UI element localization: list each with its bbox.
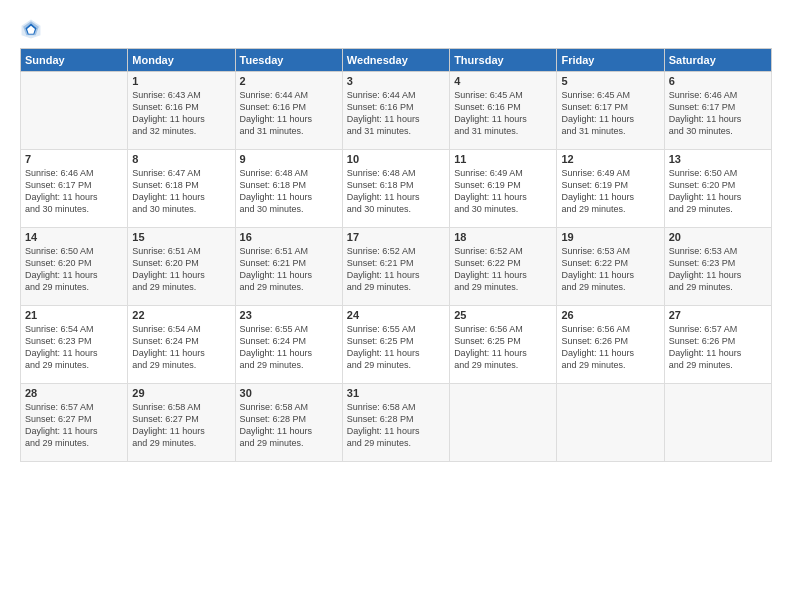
day-number: 5	[561, 75, 659, 87]
day-number: 17	[347, 231, 445, 243]
day-number: 12	[561, 153, 659, 165]
day-cell: 20Sunrise: 6:53 AM Sunset: 6:23 PM Dayli…	[664, 228, 771, 306]
week-row-5: 28Sunrise: 6:57 AM Sunset: 6:27 PM Dayli…	[21, 384, 772, 462]
day-number: 16	[240, 231, 338, 243]
week-row-3: 14Sunrise: 6:50 AM Sunset: 6:20 PM Dayli…	[21, 228, 772, 306]
day-cell: 25Sunrise: 6:56 AM Sunset: 6:25 PM Dayli…	[450, 306, 557, 384]
week-row-1: 1Sunrise: 6:43 AM Sunset: 6:16 PM Daylig…	[21, 72, 772, 150]
day-info: Sunrise: 6:53 AM Sunset: 6:23 PM Dayligh…	[669, 245, 767, 294]
day-info: Sunrise: 6:50 AM Sunset: 6:20 PM Dayligh…	[25, 245, 123, 294]
day-cell: 4Sunrise: 6:45 AM Sunset: 6:16 PM Daylig…	[450, 72, 557, 150]
week-row-4: 21Sunrise: 6:54 AM Sunset: 6:23 PM Dayli…	[21, 306, 772, 384]
day-info: Sunrise: 6:51 AM Sunset: 6:20 PM Dayligh…	[132, 245, 230, 294]
day-info: Sunrise: 6:43 AM Sunset: 6:16 PM Dayligh…	[132, 89, 230, 138]
day-cell: 16Sunrise: 6:51 AM Sunset: 6:21 PM Dayli…	[235, 228, 342, 306]
day-info: Sunrise: 6:56 AM Sunset: 6:26 PM Dayligh…	[561, 323, 659, 372]
day-number: 4	[454, 75, 552, 87]
calendar-thead: SundayMondayTuesdayWednesdayThursdayFrid…	[21, 49, 772, 72]
col-header-thursday: Thursday	[450, 49, 557, 72]
day-number: 27	[669, 309, 767, 321]
day-number: 20	[669, 231, 767, 243]
day-cell: 19Sunrise: 6:53 AM Sunset: 6:22 PM Dayli…	[557, 228, 664, 306]
day-info: Sunrise: 6:49 AM Sunset: 6:19 PM Dayligh…	[454, 167, 552, 216]
day-number: 26	[561, 309, 659, 321]
col-header-tuesday: Tuesday	[235, 49, 342, 72]
day-info: Sunrise: 6:49 AM Sunset: 6:19 PM Dayligh…	[561, 167, 659, 216]
day-cell: 9Sunrise: 6:48 AM Sunset: 6:18 PM Daylig…	[235, 150, 342, 228]
day-info: Sunrise: 6:52 AM Sunset: 6:22 PM Dayligh…	[454, 245, 552, 294]
day-cell: 22Sunrise: 6:54 AM Sunset: 6:24 PM Dayli…	[128, 306, 235, 384]
calendar-tbody: 1Sunrise: 6:43 AM Sunset: 6:16 PM Daylig…	[21, 72, 772, 462]
day-info: Sunrise: 6:57 AM Sunset: 6:27 PM Dayligh…	[25, 401, 123, 450]
day-number: 31	[347, 387, 445, 399]
day-cell: 14Sunrise: 6:50 AM Sunset: 6:20 PM Dayli…	[21, 228, 128, 306]
day-info: Sunrise: 6:54 AM Sunset: 6:24 PM Dayligh…	[132, 323, 230, 372]
day-cell: 12Sunrise: 6:49 AM Sunset: 6:19 PM Dayli…	[557, 150, 664, 228]
day-info: Sunrise: 6:44 AM Sunset: 6:16 PM Dayligh…	[240, 89, 338, 138]
day-info: Sunrise: 6:48 AM Sunset: 6:18 PM Dayligh…	[240, 167, 338, 216]
page: SundayMondayTuesdayWednesdayThursdayFrid…	[0, 0, 792, 612]
day-info: Sunrise: 6:58 AM Sunset: 6:27 PM Dayligh…	[132, 401, 230, 450]
day-number: 19	[561, 231, 659, 243]
day-number: 24	[347, 309, 445, 321]
day-info: Sunrise: 6:48 AM Sunset: 6:18 PM Dayligh…	[347, 167, 445, 216]
day-number: 3	[347, 75, 445, 87]
day-cell: 30Sunrise: 6:58 AM Sunset: 6:28 PM Dayli…	[235, 384, 342, 462]
day-info: Sunrise: 6:55 AM Sunset: 6:25 PM Dayligh…	[347, 323, 445, 372]
day-cell: 1Sunrise: 6:43 AM Sunset: 6:16 PM Daylig…	[128, 72, 235, 150]
day-number: 30	[240, 387, 338, 399]
day-info: Sunrise: 6:58 AM Sunset: 6:28 PM Dayligh…	[240, 401, 338, 450]
col-header-saturday: Saturday	[664, 49, 771, 72]
day-info: Sunrise: 6:56 AM Sunset: 6:25 PM Dayligh…	[454, 323, 552, 372]
header	[20, 18, 772, 40]
logo	[20, 18, 46, 40]
day-cell	[450, 384, 557, 462]
day-number: 29	[132, 387, 230, 399]
day-number: 22	[132, 309, 230, 321]
day-number: 14	[25, 231, 123, 243]
day-cell: 7Sunrise: 6:46 AM Sunset: 6:17 PM Daylig…	[21, 150, 128, 228]
day-number: 11	[454, 153, 552, 165]
logo-icon	[20, 18, 42, 40]
day-number: 18	[454, 231, 552, 243]
day-cell: 29Sunrise: 6:58 AM Sunset: 6:27 PM Dayli…	[128, 384, 235, 462]
day-number: 25	[454, 309, 552, 321]
calendar-table: SundayMondayTuesdayWednesdayThursdayFrid…	[20, 48, 772, 462]
header-row: SundayMondayTuesdayWednesdayThursdayFrid…	[21, 49, 772, 72]
day-info: Sunrise: 6:44 AM Sunset: 6:16 PM Dayligh…	[347, 89, 445, 138]
day-number: 15	[132, 231, 230, 243]
day-cell: 6Sunrise: 6:46 AM Sunset: 6:17 PM Daylig…	[664, 72, 771, 150]
day-number: 23	[240, 309, 338, 321]
day-info: Sunrise: 6:45 AM Sunset: 6:16 PM Dayligh…	[454, 89, 552, 138]
day-info: Sunrise: 6:52 AM Sunset: 6:21 PM Dayligh…	[347, 245, 445, 294]
day-cell: 27Sunrise: 6:57 AM Sunset: 6:26 PM Dayli…	[664, 306, 771, 384]
day-info: Sunrise: 6:58 AM Sunset: 6:28 PM Dayligh…	[347, 401, 445, 450]
day-info: Sunrise: 6:53 AM Sunset: 6:22 PM Dayligh…	[561, 245, 659, 294]
col-header-monday: Monday	[128, 49, 235, 72]
day-cell: 28Sunrise: 6:57 AM Sunset: 6:27 PM Dayli…	[21, 384, 128, 462]
day-cell: 13Sunrise: 6:50 AM Sunset: 6:20 PM Dayli…	[664, 150, 771, 228]
col-header-friday: Friday	[557, 49, 664, 72]
day-info: Sunrise: 6:54 AM Sunset: 6:23 PM Dayligh…	[25, 323, 123, 372]
day-info: Sunrise: 6:55 AM Sunset: 6:24 PM Dayligh…	[240, 323, 338, 372]
day-number: 1	[132, 75, 230, 87]
day-cell	[557, 384, 664, 462]
day-info: Sunrise: 6:46 AM Sunset: 6:17 PM Dayligh…	[25, 167, 123, 216]
day-number: 13	[669, 153, 767, 165]
day-cell: 11Sunrise: 6:49 AM Sunset: 6:19 PM Dayli…	[450, 150, 557, 228]
day-number: 9	[240, 153, 338, 165]
day-cell: 24Sunrise: 6:55 AM Sunset: 6:25 PM Dayli…	[342, 306, 449, 384]
day-info: Sunrise: 6:46 AM Sunset: 6:17 PM Dayligh…	[669, 89, 767, 138]
day-info: Sunrise: 6:50 AM Sunset: 6:20 PM Dayligh…	[669, 167, 767, 216]
day-cell: 18Sunrise: 6:52 AM Sunset: 6:22 PM Dayli…	[450, 228, 557, 306]
day-cell: 21Sunrise: 6:54 AM Sunset: 6:23 PM Dayli…	[21, 306, 128, 384]
day-number: 21	[25, 309, 123, 321]
day-info: Sunrise: 6:57 AM Sunset: 6:26 PM Dayligh…	[669, 323, 767, 372]
day-number: 2	[240, 75, 338, 87]
day-cell: 17Sunrise: 6:52 AM Sunset: 6:21 PM Dayli…	[342, 228, 449, 306]
day-cell: 31Sunrise: 6:58 AM Sunset: 6:28 PM Dayli…	[342, 384, 449, 462]
day-cell: 23Sunrise: 6:55 AM Sunset: 6:24 PM Dayli…	[235, 306, 342, 384]
day-cell: 3Sunrise: 6:44 AM Sunset: 6:16 PM Daylig…	[342, 72, 449, 150]
day-cell	[21, 72, 128, 150]
day-info: Sunrise: 6:45 AM Sunset: 6:17 PM Dayligh…	[561, 89, 659, 138]
